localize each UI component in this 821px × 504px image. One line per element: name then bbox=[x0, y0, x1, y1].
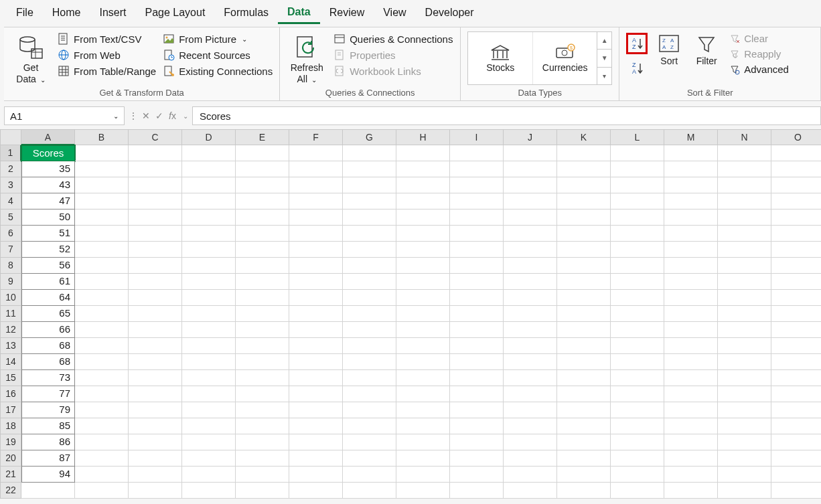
cell-B9[interactable] bbox=[75, 274, 129, 290]
column-header-B[interactable]: B bbox=[75, 129, 129, 145]
cell-C6[interactable] bbox=[129, 226, 182, 242]
cell-E6[interactable] bbox=[236, 226, 289, 242]
column-header-D[interactable]: D bbox=[182, 129, 236, 145]
cell-N4[interactable] bbox=[718, 193, 771, 209]
cell-A18[interactable]: 85 bbox=[21, 418, 75, 434]
tab-insert[interactable]: Insert bbox=[90, 1, 135, 23]
row-header-2[interactable]: 2 bbox=[0, 161, 21, 177]
cell-D20[interactable] bbox=[182, 450, 236, 467]
cell-D17[interactable] bbox=[182, 402, 236, 418]
cell-F9[interactable] bbox=[289, 274, 343, 290]
column-header-J[interactable]: J bbox=[504, 129, 557, 145]
cell-I1[interactable] bbox=[450, 145, 504, 161]
cell-C13[interactable] bbox=[129, 338, 182, 354]
cell-N11[interactable] bbox=[718, 306, 771, 322]
column-header-C[interactable]: C bbox=[129, 129, 182, 145]
cell-B13[interactable] bbox=[75, 338, 129, 354]
cell-F18[interactable] bbox=[289, 418, 343, 434]
column-header-K[interactable]: K bbox=[557, 129, 611, 145]
cell-J10[interactable] bbox=[504, 290, 557, 306]
enter-formula-button[interactable]: ✓ bbox=[155, 110, 163, 121]
gallery-down-button[interactable]: ▼ bbox=[597, 49, 611, 66]
clear-filter-button[interactable]: Clear bbox=[729, 33, 789, 44]
cell-L22[interactable] bbox=[611, 483, 664, 499]
select-all-corner[interactable] bbox=[0, 129, 21, 145]
cell-N6[interactable] bbox=[718, 226, 771, 242]
tab-data[interactable]: Data bbox=[278, 1, 320, 24]
cell-K6[interactable] bbox=[557, 226, 611, 242]
cell-O12[interactable] bbox=[771, 322, 821, 338]
cell-N15[interactable] bbox=[718, 370, 771, 386]
cell-O19[interactable] bbox=[771, 434, 821, 450]
cell-L4[interactable] bbox=[611, 193, 664, 209]
row-header-11[interactable]: 11 bbox=[0, 306, 21, 322]
cell-C5[interactable] bbox=[129, 209, 182, 226]
row-header-10[interactable]: 10 bbox=[0, 290, 21, 306]
cell-N9[interactable] bbox=[718, 274, 771, 290]
cell-C2[interactable] bbox=[129, 161, 182, 177]
cell-I17[interactable] bbox=[450, 402, 504, 418]
cell-K17[interactable] bbox=[557, 402, 611, 418]
cell-E17[interactable] bbox=[236, 402, 289, 418]
cell-F22[interactable] bbox=[289, 483, 343, 499]
cell-I21[interactable] bbox=[450, 467, 504, 483]
cell-J18[interactable] bbox=[504, 418, 557, 434]
cell-B2[interactable] bbox=[75, 161, 129, 177]
cell-L18[interactable] bbox=[611, 418, 664, 434]
cell-G20[interactable] bbox=[343, 450, 396, 467]
cell-G6[interactable] bbox=[343, 226, 396, 242]
cell-G7[interactable] bbox=[343, 242, 396, 258]
cell-A19[interactable]: 86 bbox=[21, 434, 75, 450]
sort-button[interactable]: ZAAZ Sort bbox=[654, 31, 684, 67]
cell-F1[interactable] bbox=[289, 145, 343, 161]
cell-J20[interactable] bbox=[504, 450, 557, 467]
cell-H18[interactable] bbox=[396, 418, 450, 434]
cell-H8[interactable] bbox=[396, 258, 450, 274]
row-header-3[interactable]: 3 bbox=[0, 177, 21, 193]
cell-O4[interactable] bbox=[771, 193, 821, 209]
cell-F17[interactable] bbox=[289, 402, 343, 418]
cell-B19[interactable] bbox=[75, 434, 129, 450]
row-header-8[interactable]: 8 bbox=[0, 258, 21, 274]
cell-N13[interactable] bbox=[718, 338, 771, 354]
cell-N2[interactable] bbox=[718, 161, 771, 177]
cell-C18[interactable] bbox=[129, 418, 182, 434]
cell-A12[interactable]: 66 bbox=[21, 322, 75, 338]
cell-C17[interactable] bbox=[129, 402, 182, 418]
cell-H7[interactable] bbox=[396, 242, 450, 258]
cell-L10[interactable] bbox=[611, 290, 664, 306]
cell-L8[interactable] bbox=[611, 258, 664, 274]
cell-C4[interactable] bbox=[129, 193, 182, 209]
from-table-range-button[interactable]: From Table/Range bbox=[58, 65, 156, 77]
cell-H17[interactable] bbox=[396, 402, 450, 418]
cell-F10[interactable] bbox=[289, 290, 343, 306]
cell-G13[interactable] bbox=[343, 338, 396, 354]
cell-L12[interactable] bbox=[611, 322, 664, 338]
cell-O17[interactable] bbox=[771, 402, 821, 418]
filter-button[interactable]: Filter bbox=[690, 31, 723, 67]
cell-N18[interactable] bbox=[718, 418, 771, 434]
cell-B17[interactable] bbox=[75, 402, 129, 418]
cell-J22[interactable] bbox=[504, 483, 557, 499]
cell-L5[interactable] bbox=[611, 209, 664, 226]
cell-O18[interactable] bbox=[771, 418, 821, 434]
cell-K19[interactable] bbox=[557, 434, 611, 450]
cell-H19[interactable] bbox=[396, 434, 450, 450]
cell-G1[interactable] bbox=[343, 145, 396, 161]
cell-F15[interactable] bbox=[289, 370, 343, 386]
cell-J7[interactable] bbox=[504, 242, 557, 258]
cell-N5[interactable] bbox=[718, 209, 771, 226]
cell-K4[interactable] bbox=[557, 193, 611, 209]
cell-B14[interactable] bbox=[75, 354, 129, 370]
cell-C16[interactable] bbox=[129, 386, 182, 402]
cell-E22[interactable] bbox=[236, 483, 289, 499]
cell-A7[interactable]: 52 bbox=[21, 242, 75, 258]
cell-F13[interactable] bbox=[289, 338, 343, 354]
cell-I7[interactable] bbox=[450, 242, 504, 258]
cell-N7[interactable] bbox=[718, 242, 771, 258]
cell-E15[interactable] bbox=[236, 370, 289, 386]
cell-M11[interactable] bbox=[664, 306, 718, 322]
cell-C20[interactable] bbox=[129, 450, 182, 467]
cell-D18[interactable] bbox=[182, 418, 236, 434]
cell-I3[interactable] bbox=[450, 177, 504, 193]
